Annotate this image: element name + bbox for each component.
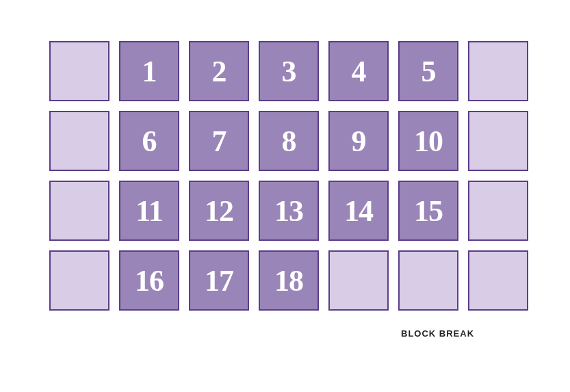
cell-number: 14 <box>344 194 373 228</box>
cell-number: 10 <box>414 124 443 159</box>
cell-number: 17 <box>205 263 233 298</box>
grid-cell-numbered: 11 <box>119 181 179 241</box>
grid-cell-empty <box>49 250 109 311</box>
cell-number: 6 <box>142 124 157 159</box>
cell-number: 5 <box>422 54 436 89</box>
cell-number: 7 <box>212 124 226 159</box>
cell-number: 12 <box>205 194 233 228</box>
grid-cell-numbered: 5 <box>398 41 458 101</box>
caption-label: BLOCK BREAK <box>401 328 474 339</box>
grid-cell-numbered: 17 <box>189 250 249 311</box>
grid-cell-numbered: 16 <box>119 250 179 311</box>
block-grid: 1 2 3 4 5 6 7 8 9 10 11 12 13 14 15 16 1… <box>49 41 528 311</box>
cell-number: 3 <box>282 54 296 89</box>
cell-number: 15 <box>414 194 443 228</box>
cell-number: 1 <box>142 54 157 89</box>
grid-cell-empty <box>49 111 109 171</box>
grid-cell-numbered: 9 <box>328 111 389 171</box>
grid-cell-numbered: 7 <box>189 111 249 171</box>
grid-cell-numbered: 1 <box>119 41 179 101</box>
grid-cell-numbered: 13 <box>259 181 319 241</box>
grid-cell-numbered: 10 <box>398 111 458 171</box>
grid-cell-empty <box>468 250 528 311</box>
grid-cell-empty <box>49 181 109 241</box>
grid-cell-numbered: 4 <box>328 41 389 101</box>
grid-cell-empty <box>328 250 389 311</box>
grid-cell-empty <box>468 181 528 241</box>
cell-number: 9 <box>352 124 366 159</box>
cell-number: 11 <box>135 194 163 228</box>
grid-cell-numbered: 14 <box>328 181 389 241</box>
grid-cell-empty <box>468 111 528 171</box>
cell-number: 4 <box>352 54 366 89</box>
grid-cell-numbered: 3 <box>259 41 319 101</box>
grid-cell-numbered: 18 <box>259 250 319 311</box>
grid-cell-numbered: 8 <box>259 111 319 171</box>
grid-cell-empty <box>468 41 528 101</box>
grid-cell-numbered: 2 <box>189 41 249 101</box>
cell-number: 2 <box>212 54 226 89</box>
grid-cell-numbered: 15 <box>398 181 458 241</box>
cell-number: 13 <box>274 194 303 228</box>
cell-number: 8 <box>282 124 296 159</box>
grid-cell-numbered: 6 <box>119 111 179 171</box>
grid-cell-empty <box>49 41 109 101</box>
cell-number: 18 <box>274 263 303 298</box>
cell-number: 16 <box>135 263 164 298</box>
grid-cell-numbered: 12 <box>189 181 249 241</box>
grid-cell-empty <box>398 250 458 311</box>
